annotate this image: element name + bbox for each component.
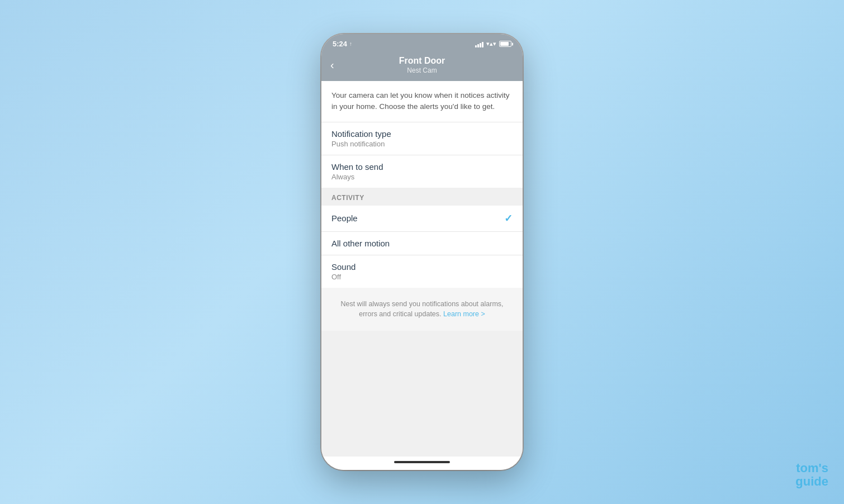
footer-text: Nest will always send you notifications … [335, 299, 509, 320]
when-to-send-row[interactable]: When to send Always [321, 155, 523, 188]
location-icon: ↑ [349, 41, 352, 47]
battery-icon [499, 41, 511, 47]
status-icons: ▾▴▾ [475, 40, 511, 47]
activity-section-header: ACTIVITY [321, 188, 523, 206]
content-spacer [321, 331, 523, 431]
status-time: 5:24 ↑ [333, 40, 352, 48]
nav-bar: ‹ Front Door Nest Cam [321, 51, 523, 81]
footer-block: Nest will always send you notifications … [321, 288, 523, 331]
activity-list: People ✓ All other motion Sound Off [321, 206, 523, 288]
notification-type-content: Notification type Push notification [331, 129, 391, 148]
back-button[interactable]: ‹ [330, 59, 334, 72]
watermark-line1: tom's [795, 462, 828, 475]
toms-guide-watermark: tom's guide [795, 462, 828, 488]
when-to-send-value: Always [331, 173, 383, 181]
home-indicator [321, 457, 523, 470]
description-block: Your camera can let you know when it not… [321, 81, 523, 122]
nav-subtitle: Nest Cam [399, 66, 445, 74]
signal-bar-3 [480, 43, 481, 47]
signal-bar-1 [475, 45, 477, 47]
activity-header-text: ACTIVITY [331, 194, 364, 202]
home-bar [394, 461, 450, 463]
when-to-send-content: When to send Always [331, 162, 383, 181]
sound-label: Sound [331, 262, 355, 272]
signal-bars [475, 41, 483, 47]
time-display: 5:24 [333, 40, 347, 48]
wifi-icon: ▾▴▾ [486, 40, 496, 47]
signal-bar-4 [482, 42, 483, 47]
notification-type-value: Push notification [331, 140, 391, 148]
when-to-send-label: When to send [331, 162, 383, 172]
description-text: Your camera can let you know when it not… [331, 90, 513, 113]
all-other-motion-row[interactable]: All other motion [321, 232, 523, 255]
all-other-motion-label: All other motion [331, 239, 390, 248]
battery-fill [500, 42, 509, 46]
watermark-line2: guide [795, 475, 828, 488]
learn-more-link[interactable]: Learn more > [443, 310, 485, 318]
people-label: People [331, 213, 358, 223]
sound-value: Off [331, 273, 355, 281]
people-row[interactable]: People ✓ [321, 206, 523, 232]
signal-bar-2 [477, 44, 479, 47]
nav-title-group: Front Door Nest Cam [399, 56, 445, 74]
sound-content: Sound Off [331, 262, 355, 281]
content-area: Your camera can let you know when it not… [321, 81, 523, 457]
notification-type-row[interactable]: Notification type Push notification [321, 122, 523, 155]
phone-frame: 5:24 ↑ ▾▴▾ ‹ Front Door Nest Cam [321, 34, 523, 470]
notification-type-label: Notification type [331, 129, 391, 139]
nav-title: Front Door [399, 56, 445, 66]
sound-row[interactable]: Sound Off [321, 255, 523, 288]
people-checkmark: ✓ [504, 212, 513, 225]
status-bar: 5:24 ↑ ▾▴▾ [321, 34, 523, 51]
settings-list: Notification type Push notification When… [321, 122, 523, 188]
